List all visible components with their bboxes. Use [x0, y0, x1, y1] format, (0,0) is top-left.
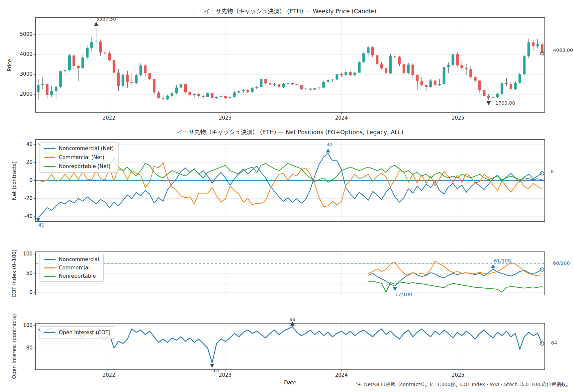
net-y-tick-label: 20 [13, 159, 33, 165]
price-min-annotation: 1709.00 [495, 100, 515, 106]
open-interest-last-value: 84 [551, 340, 557, 345]
legend-label: Nonreportable (Net) [59, 163, 111, 169]
line-swatch-icon [44, 259, 55, 260]
legend-label: Commercial (Net) [59, 154, 104, 160]
line-swatch-icon [44, 332, 55, 333]
price-y-axis-label: Price [7, 59, 13, 71]
date-x-tick-label: 2025 [452, 372, 464, 378]
line-swatch-icon [44, 276, 55, 277]
net-y-tick-label: 0 [13, 177, 33, 183]
legend-label: Noncommercial [59, 256, 99, 262]
price-max-annotation: 5387.50 [96, 16, 116, 22]
legend-item-commercial: Commercial [44, 265, 99, 271]
legend-label: Commercial [59, 265, 90, 271]
price-last-value: 4063.00 [553, 48, 573, 53]
cot-index-y-tick-label: 0 [13, 289, 33, 295]
cot-index-max-annotation: 61/100 [494, 258, 511, 263]
price-x-tick-label: 2024 [335, 115, 348, 121]
cot-index-last-value: 60/100 [553, 260, 570, 266]
cot-index-y-tick-label: 100 [13, 251, 33, 257]
open-interest-y-tick-label: 100 [13, 322, 33, 328]
legend-label: Noncommercial (Net) [59, 146, 114, 151]
price-y-tick-label: 5000 [13, 31, 33, 37]
price-y-tick-label: 3000 [13, 71, 33, 77]
legend-item-open-interest: Open Interest (COT) [44, 330, 111, 336]
cot-index-legend: Noncommercial Commercial Nonreportable [40, 254, 104, 282]
legend-item-nonreportable: Nonreportable [44, 273, 99, 279]
price-panel-title: イーサ先物（キャッシュ決済） (ETH) — Weekly Price (Can… [36, 7, 545, 15]
legend-item-commercial-net: Commercial (Net) [44, 154, 114, 160]
date-x-tick-label: 2022 [103, 372, 115, 378]
price-x-tick-label: 2023 [219, 115, 232, 121]
net-y-tick-label: -40 [13, 213, 33, 219]
legend-label: Nonreportable [59, 273, 96, 279]
line-swatch-icon [44, 166, 55, 167]
legend-item-noncommercial: Noncommercial [44, 256, 99, 262]
legend-item-noncommercial-net: Noncommercial (Net) [44, 146, 114, 151]
line-swatch-icon [44, 267, 55, 268]
open-interest-max-annotation: 99 [289, 317, 295, 322]
legend-label: Open Interest (COT) [59, 330, 111, 336]
cot-index-y-tick-label: 50 [13, 270, 33, 276]
net-start-annotation: -41 [37, 222, 45, 228]
open-interest-y-tick-label: 80 [13, 345, 33, 351]
line-swatch-icon [44, 157, 55, 158]
legend-item-nonreportable-net: Nonreportable (Net) [44, 163, 114, 169]
price-y-tick-label: 2000 [13, 91, 33, 97]
price-x-tick-label: 2025 [452, 115, 464, 121]
open-interest-legend: Open Interest (COT) [40, 326, 115, 339]
net-panel-title: イーサ先物（キャッシュ決済） (ETH) — Net Positions (FO… [36, 128, 545, 136]
net-y-tick-label: 40 [13, 141, 33, 147]
net-last-value: 8 [550, 169, 553, 174]
cot-index-min-annotation: 17/100 [395, 292, 412, 297]
price-x-tick-label: 2022 [103, 115, 115, 121]
line-swatch-icon [44, 148, 55, 149]
date-x-tick-label: 2024 [335, 372, 348, 378]
net-max-annotation: 30 [326, 142, 332, 147]
date-x-tick-label: 2023 [219, 372, 232, 378]
cot-dashboard: イーサ先物（キャッシュ決済） (ETH) — Weekly Price (Can… [0, 0, 574, 392]
net-legend: Noncommercial (Net) Commercial (Net) Non… [40, 142, 119, 173]
footnote: 注: Net/OI は枚数（contracts）。k=1,000枚。COT In… [356, 380, 571, 387]
net-y-tick-label: -20 [13, 195, 33, 201]
price-y-tick-label: 4000 [13, 51, 33, 57]
